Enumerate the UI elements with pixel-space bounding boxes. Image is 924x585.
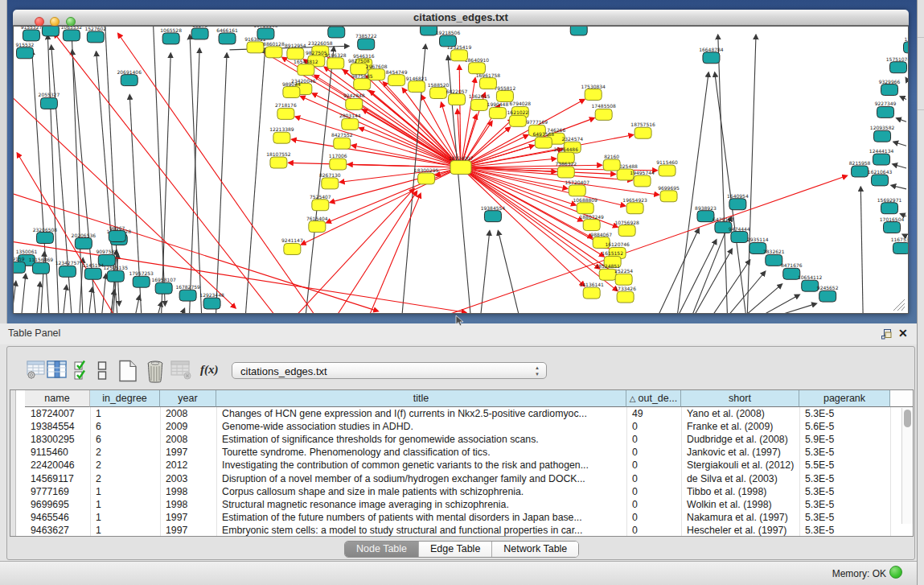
network-node[interactable]: 19495744 xyxy=(630,170,655,187)
network-node[interactable]: 1527602 xyxy=(84,27,106,43)
table-row[interactable]: 977716911998Corpus callosum shape and si… xyxy=(10,485,913,498)
network-node[interactable]: 17016504 xyxy=(880,216,905,233)
cell-out_de[interactable]: 0 xyxy=(626,433,681,446)
network-node[interactable]: 2187644 xyxy=(568,27,589,35)
cell-pagerank[interactable]: 5.3E-5 xyxy=(799,498,890,511)
network-node[interactable]: 14136141 xyxy=(579,282,604,299)
cell-title[interactable]: Investigating the contribution of common… xyxy=(216,459,626,472)
cell-name[interactable]: 18724007 xyxy=(25,407,90,420)
function-builder-icon[interactable]: f(x) xyxy=(200,363,219,377)
network-node[interactable]: 1733426 xyxy=(614,286,636,303)
network-node[interactable]: 2055327 xyxy=(39,93,60,109)
cell-title[interactable]: Structural magnetic resonance image aver… xyxy=(216,498,626,511)
network-node[interactable]: 19384554 xyxy=(481,205,506,222)
cell-in_degree[interactable]: 6 xyxy=(90,433,160,446)
table-selector-dropdown[interactable]: citations_edges.txt ▲▼ xyxy=(232,362,547,379)
cell-out_de[interactable]: 0 xyxy=(626,524,681,537)
table-mode-icon[interactable] xyxy=(27,360,47,380)
cell-name[interactable]: 9115460 xyxy=(25,446,90,459)
network-node[interactable]: 16961758 xyxy=(476,72,501,89)
cell-in_degree[interactable]: 2 xyxy=(90,446,160,459)
cell-year[interactable]: 2009 xyxy=(160,420,216,433)
cell-short[interactable]: Hescheler et al. (1997) xyxy=(681,524,799,537)
new-table-icon[interactable] xyxy=(118,360,138,382)
network-node[interactable]: 19218506 xyxy=(436,30,461,47)
cell-out_de[interactable]: 0 xyxy=(626,511,681,524)
network-node[interactable]: 17957253 xyxy=(129,270,154,287)
network-node[interactable]: 252254 xyxy=(614,268,633,285)
network-node[interactable]: 18757516 xyxy=(630,122,655,138)
cell-pagerank[interactable]: 5.6E-5 xyxy=(799,420,890,433)
cell-name[interactable]: 14569117 xyxy=(25,472,90,485)
show-columns-icon[interactable] xyxy=(47,360,68,380)
network-node[interactable]: 915532 xyxy=(16,42,35,59)
network-node[interactable]: 15720407 xyxy=(565,179,590,196)
column-header-pagerank[interactable]: pagerank xyxy=(799,390,890,407)
table-row[interactable]: 2242004622012Investigating the contribut… xyxy=(10,459,913,472)
cell-short[interactable]: de Silva et al. (2003) xyxy=(681,472,799,485)
network-node[interactable]: 16210643 xyxy=(868,169,893,186)
network-node[interactable]: 18300295 xyxy=(414,167,439,184)
network-node[interactable]: 1640954 xyxy=(727,193,749,210)
network-canvas[interactable]: 1872400791638228860128891295423226058982… xyxy=(13,26,909,314)
cell-year[interactable]: 1997 xyxy=(160,511,216,524)
network-node[interactable]: 1990448 xyxy=(487,101,509,118)
network-node[interactable]: 19654923 xyxy=(622,197,647,214)
cell-short[interactable]: Stergiakouli et al. (2012) xyxy=(681,459,799,472)
network-node[interactable]: 15276 xyxy=(191,27,208,39)
network-node[interactable]: 20206536 xyxy=(72,233,97,249)
cell-in_degree[interactable]: 1 xyxy=(90,511,160,524)
network-node[interactable]: 16543812 xyxy=(294,59,318,76)
network-node[interactable]: 12923448 xyxy=(199,292,224,309)
cell-in_degree[interactable]: 1 xyxy=(90,524,160,537)
vertical-scrollbar[interactable] xyxy=(901,408,913,524)
delete-table-icon[interactable] xyxy=(145,360,166,383)
network-node[interactable]: 12213389 xyxy=(269,126,294,143)
cell-year[interactable]: 1997 xyxy=(160,524,216,537)
column-header-out_de[interactable]: △out_de... xyxy=(626,390,681,407)
column-header-short[interactable]: short xyxy=(681,390,799,407)
float-window-icon[interactable] xyxy=(881,329,893,340)
cell-year[interactable]: 2012 xyxy=(160,459,216,472)
cell-title[interactable]: Changes of HCN gene expression and I(f) … xyxy=(216,407,626,420)
cell-name[interactable]: 9777169 xyxy=(25,485,90,498)
network-node[interactable]: 10719193 xyxy=(253,27,278,39)
network-node[interactable]: 16648784 xyxy=(699,47,724,64)
network-node[interactable]: 11127 xyxy=(904,36,908,53)
cell-in_degree[interactable]: 1 xyxy=(90,498,160,511)
network-node[interactable]: 8267130 xyxy=(319,172,341,189)
table-row[interactable]: 969969511998Structural magnetic resonanc… xyxy=(10,498,913,511)
scrollbar-thumb[interactable] xyxy=(904,410,911,427)
network-node[interactable]: 9329966 xyxy=(879,79,901,96)
column-header-name[interactable]: name xyxy=(25,390,90,407)
network-node[interactable]: 17485508 xyxy=(591,103,616,120)
table-row[interactable]: 1872400712008Changes of HCN gene express… xyxy=(10,407,913,420)
cell-short[interactable]: Dudbridge et al. (2008) xyxy=(681,433,799,446)
close-icon[interactable]: ✕ xyxy=(898,327,908,340)
network-node[interactable]: 20691406 xyxy=(117,69,142,86)
table-row[interactable]: 946362711997Embryonic stem cells: a mode… xyxy=(10,524,913,537)
cell-name[interactable]: 9699695 xyxy=(25,498,90,511)
network-node[interactable]: 98967 xyxy=(109,225,125,242)
network-node[interactable]: 18107552 xyxy=(266,151,291,168)
network-node[interactable]: 1065532 xyxy=(61,27,83,41)
network-node[interactable]: 16033809 xyxy=(324,27,349,38)
network-node[interactable]: 18724007 xyxy=(449,155,474,175)
network-node[interactable]: 16782759 xyxy=(175,284,200,301)
network-node[interactable]: 18807249 xyxy=(579,214,604,231)
cell-name[interactable]: 19384554 xyxy=(25,420,90,433)
network-node[interactable]: 7386322 xyxy=(555,161,577,178)
network-node[interactable]: 12093582 xyxy=(870,125,895,142)
cell-out_de[interactable]: 0 xyxy=(626,485,681,498)
cell-name[interactable]: 9465546 xyxy=(25,511,90,524)
cell-in_degree[interactable]: 2 xyxy=(90,472,160,485)
cell-pagerank[interactable]: 5.5E-5 xyxy=(799,459,890,472)
cell-year[interactable]: 1997 xyxy=(160,446,216,459)
cell-title[interactable]: Disruption of a novel member of a sodium… xyxy=(216,472,626,485)
cell-out_de[interactable]: 0 xyxy=(626,472,681,485)
network-node[interactable]: 2718176 xyxy=(275,102,297,119)
cell-out_de[interactable]: 0 xyxy=(626,498,681,511)
table-row[interactable]: 1456911722003Disruption of a novel membe… xyxy=(10,472,913,485)
network-node[interactable]: 7525407 xyxy=(310,194,331,211)
table-row[interactable]: 946554611997Estimation of the future num… xyxy=(10,511,913,524)
